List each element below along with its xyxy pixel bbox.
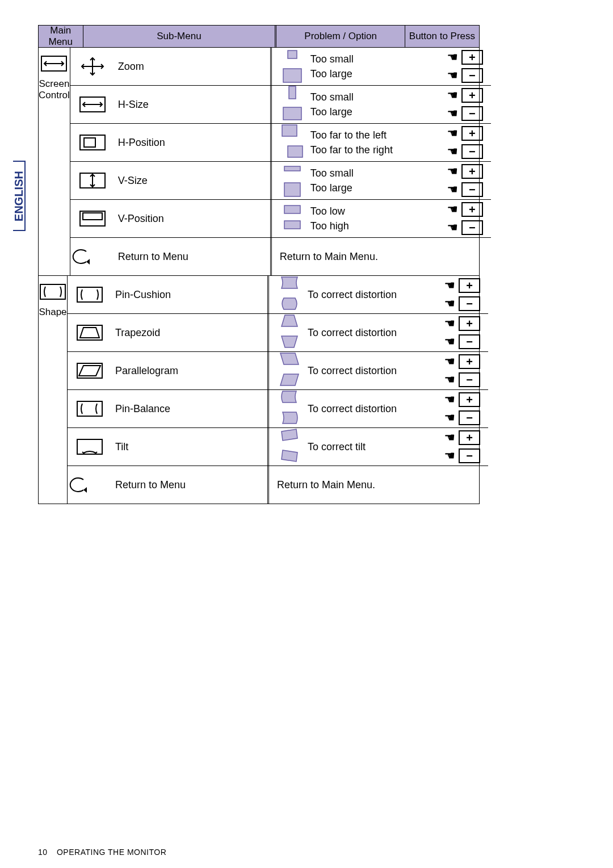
press-minus: ☛ − bbox=[447, 68, 483, 83]
menu-table: Main Menu Sub-Menu Problem / Option Butt… bbox=[38, 25, 480, 504]
minus-key-icon: − bbox=[461, 220, 483, 235]
pinbalance-icon bbox=[74, 398, 105, 420]
svg-marker-22 bbox=[86, 259, 90, 265]
header-button: Button to Press bbox=[405, 26, 479, 47]
sub-menu-label: V-Size bbox=[118, 175, 148, 187]
hand-icon: ☛ bbox=[447, 145, 458, 158]
sub-menu-cell: Tilt bbox=[68, 428, 269, 466]
return-icon bbox=[74, 474, 105, 496]
hsize-icon bbox=[77, 94, 108, 115]
problem-cell: To correct distortion ☛ + ☛ − bbox=[269, 352, 488, 389]
menu-section: Shape Pin-CushionTo correct distortion ☛… bbox=[39, 275, 479, 504]
sub-menu-label: Trapezoid bbox=[115, 327, 160, 339]
sub-menu-label: Return to Menu bbox=[118, 251, 188, 263]
sub-menu-cell: Return to Menu bbox=[68, 466, 269, 504]
hand-icon: ☛ bbox=[447, 89, 458, 102]
hand-icon: ☛ bbox=[444, 393, 455, 406]
press-plus: ☛ + bbox=[447, 202, 483, 217]
hand-icon: ☛ bbox=[444, 374, 455, 386]
sq-small bbox=[281, 47, 304, 65]
para-right bbox=[278, 372, 301, 391]
plus-key-icon: + bbox=[459, 278, 480, 293]
press-plus: ☛ + bbox=[447, 88, 483, 103]
problem-text: To correct distortion bbox=[308, 287, 397, 302]
vpos-icon bbox=[77, 208, 108, 229]
rect-tall bbox=[281, 182, 304, 200]
press-minus: ☛ − bbox=[444, 410, 480, 425]
language-tab: ENGLISH bbox=[13, 161, 26, 231]
rect-left bbox=[281, 123, 304, 141]
main-menu-cell: Shape bbox=[39, 276, 68, 504]
press-minus: ☛ − bbox=[447, 106, 483, 121]
sub-menu-cell: V-Position bbox=[70, 200, 272, 237]
plus-key-icon: + bbox=[461, 164, 483, 179]
press-minus: ☛ − bbox=[444, 372, 480, 387]
problem-cell: To correct distortion ☛ + ☛ − bbox=[269, 276, 488, 313]
problem-text: To correct tilt bbox=[308, 439, 366, 454]
hand-icon: ☛ bbox=[444, 450, 455, 462]
rect-low bbox=[281, 199, 304, 217]
trap-top bbox=[278, 313, 301, 332]
sub-menu-cell: Trapezoid bbox=[68, 314, 269, 351]
screen-control-icon bbox=[40, 53, 68, 74]
tilt-icon bbox=[74, 436, 105, 458]
trapezoid-icon bbox=[74, 322, 105, 343]
button-to-press: ☛ + ☛ − bbox=[447, 126, 483, 159]
table-row: Return to MenuReturn to Main Menu. bbox=[70, 238, 491, 275]
svg-marker-27 bbox=[282, 315, 297, 326]
rect-right bbox=[281, 144, 304, 162]
table-row: H-SizeToo smallToo large ☛ + ☛ − bbox=[70, 86, 491, 124]
hpos-icon bbox=[77, 132, 108, 153]
svg-rect-11 bbox=[84, 138, 95, 147]
plus-key-icon: + bbox=[461, 88, 483, 103]
problem-cell: Return to Main Menu. bbox=[272, 238, 491, 275]
problem-text: To correct distortion bbox=[308, 401, 397, 416]
sub-menu-label: Pin-Cushion bbox=[115, 289, 171, 301]
sub-menu-label: Return to Menu bbox=[115, 479, 186, 491]
svg-rect-17 bbox=[284, 183, 300, 196]
svg-rect-8 bbox=[289, 86, 296, 99]
hand-icon: ☛ bbox=[447, 165, 458, 178]
page-footer: 10 OPERATING THE MONITOR bbox=[38, 848, 166, 857]
svg-marker-28 bbox=[282, 336, 297, 347]
press-minus: ☛ − bbox=[444, 296, 480, 311]
press-minus: ☛ − bbox=[447, 182, 483, 197]
header-sub: Sub-Menu bbox=[83, 26, 277, 47]
sub-menu-label: Zoom bbox=[118, 61, 144, 73]
problem-cell: To correct distortion ☛ + ☛ − bbox=[269, 314, 488, 351]
pincushion-out bbox=[278, 296, 301, 315]
vsize-icon bbox=[77, 170, 108, 191]
svg-rect-34 bbox=[77, 439, 102, 454]
plus-key-icon: + bbox=[459, 430, 480, 445]
minus-key-icon: − bbox=[461, 106, 483, 121]
hand-icon: ☛ bbox=[444, 355, 455, 368]
main-menu-label: Shape bbox=[39, 307, 66, 318]
plus-key-icon: + bbox=[461, 126, 483, 141]
minus-key-icon: − bbox=[459, 410, 480, 425]
press-minus: ☛ − bbox=[444, 334, 480, 349]
minus-key-icon: − bbox=[459, 296, 480, 311]
hand-icon: ☛ bbox=[444, 336, 455, 348]
plus-key-icon: + bbox=[459, 354, 480, 369]
rect-short bbox=[281, 161, 304, 179]
sub-menu-label: H-Size bbox=[118, 99, 149, 111]
svg-marker-30 bbox=[79, 366, 100, 376]
button-to-press: ☛ + ☛ − bbox=[444, 354, 480, 387]
svg-rect-20 bbox=[284, 206, 300, 213]
hand-icon: ☛ bbox=[447, 183, 458, 196]
press-plus: ☛ + bbox=[444, 278, 480, 293]
sub-menu-cell: H-Position bbox=[70, 124, 272, 161]
problem-cell: Too smallToo large ☛ + ☛ − bbox=[272, 162, 491, 199]
button-to-press: ☛ + ☛ − bbox=[444, 392, 480, 425]
problem-cell: Too smallToo large ☛ + ☛ − bbox=[272, 48, 491, 85]
svg-rect-13 bbox=[288, 146, 303, 157]
sub-menu-label: Tilt bbox=[115, 441, 128, 453]
problem-cell: Too smallToo large ☛ + ☛ − bbox=[272, 86, 491, 123]
press-plus: ☛ + bbox=[447, 126, 483, 141]
press-minus: ☛ − bbox=[444, 448, 480, 463]
hand-icon: ☛ bbox=[444, 431, 455, 444]
problem-text: Too far to the leftToo far to the right bbox=[310, 128, 393, 157]
sub-menu-cell: Pin-Balance bbox=[68, 390, 269, 427]
sub-menu-label: Pin-Balance bbox=[115, 403, 170, 415]
sq-large bbox=[281, 68, 304, 86]
